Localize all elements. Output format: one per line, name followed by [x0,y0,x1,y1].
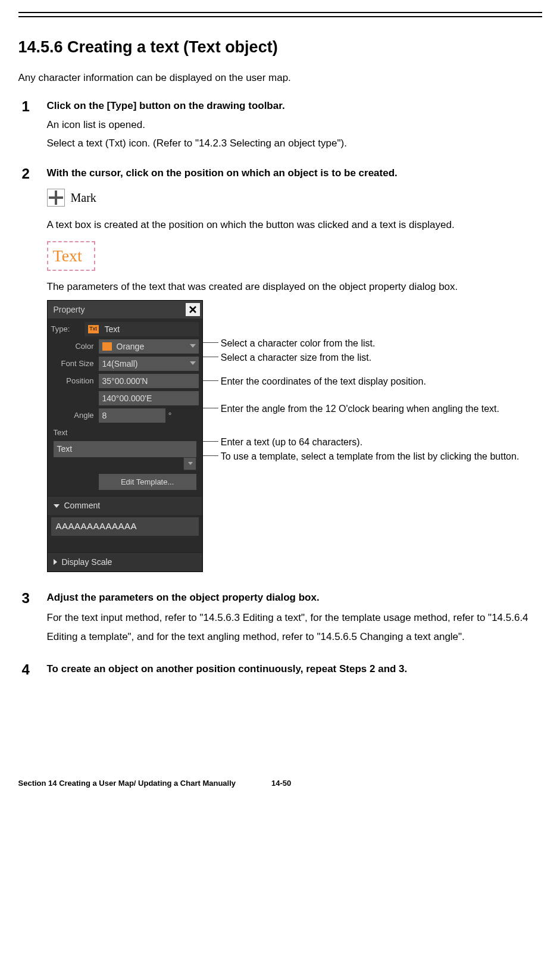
annotation-angle: Enter the angle from the 12 O'clock bear… [221,402,499,416]
footer-section: Section 14 Creating a User Map/ Updating… [18,777,236,789]
step-title: Adjust the parameters on the object prop… [47,590,542,605]
text-input[interactable]: Text [54,441,196,457]
dialog-titlebar: Property [48,301,202,318]
angle-label: Angle [51,410,99,421]
page-footer: Section 14 Creating a User Map/ Updating… [18,777,542,789]
close-icon [189,305,197,314]
annotation-template: To use a template, select a template fro… [221,450,520,463]
color-dropdown[interactable]: Orange [99,339,199,354]
chevron-down-icon [54,504,60,508]
annotation-text: Enter a text (up to 64 characters). [221,436,362,449]
display-scale-label: Display Scale [62,556,112,569]
angle-unit: ° [165,410,175,422]
angle-value: 8 [102,410,107,422]
step-number: 2 [22,163,30,185]
fontsize-dropdown[interactable]: 14(Small) [99,357,199,371]
text-object-label: Text [53,246,82,265]
fontsize-value: 14(Small) [102,358,138,370]
step-body-text: For the text input method, refer to "14.… [47,608,542,647]
annotation-position: Enter the coordinates of the text displa… [221,375,426,388]
display-scale-section-toggle[interactable]: Display Scale [48,552,202,571]
position-lat-value: 35°00.000'N [102,375,148,388]
step-body-text: Select a text (Txt) icon. (Refer to "14.… [47,136,542,151]
color-row: Color Orange [51,339,199,354]
mark-label: Mark [71,189,96,207]
footer-page-number: 14-50 [271,777,291,789]
step-body-text: A text box is created at the position on… [47,217,542,233]
type-field[interactable]: Txt Text [85,322,199,336]
position-lon-row: 140°00.000'E [51,391,199,405]
text-object-graphic: Text [47,241,95,271]
type-label: Type: [51,323,85,335]
position-lon-input[interactable]: 140°00.000'E [99,391,199,405]
angle-row: Angle 8 ° [51,408,199,423]
chevron-right-icon [54,559,57,565]
fontsize-row: Font Size 14(Small) [51,357,199,371]
comment-input[interactable]: AAAAAAAAAAAAA [51,517,199,536]
position-lon-value: 140°00.000'E [102,392,152,405]
txt-icon: Txt [88,325,99,333]
property-dialog: Property Type: Txt Text Color [47,300,203,572]
mark-cursor-graphic: Mark [47,189,542,207]
step-4: 4 To create an object on another positio… [18,661,542,677]
section-heading: 14.5.6 Creating a text (Text object) [18,35,542,60]
color-value: Orange [117,341,145,353]
fontsize-label: Font Size [51,358,99,370]
color-swatch-icon [102,342,112,351]
step-3: 3 Adjust the parameters on the object pr… [18,590,542,647]
comment-section-toggle[interactable]: Comment [48,496,202,515]
step-2: 2 With the cursor, click on the position… [18,165,542,572]
position-lat-input[interactable]: 35°00.000'N [99,374,199,388]
type-value: Text [105,323,120,336]
step-body-text: An icon list is opened. [47,117,542,133]
step-number: 4 [22,659,30,680]
position-lat-row: Position 35°00.000'N [51,374,199,388]
annotation-color: Select a character color from the list. [221,337,376,350]
step-title: To create an object on another position … [47,661,542,677]
step-number: 1 [22,96,30,117]
type-row: Type: Txt Text [51,322,199,336]
position-label: Position [51,375,99,387]
step-number: 3 [22,588,30,609]
angle-input[interactable]: 8 [99,408,165,423]
text-section-label: Text [51,426,199,441]
color-label: Color [51,341,99,352]
edit-template-button[interactable]: Edit Template... [99,474,196,491]
dialog-title: Property [54,304,85,316]
step-title: With the cursor, click on the position o… [47,165,542,181]
intro-text: Any character information can be display… [18,70,542,86]
crosshair-icon [47,189,65,207]
annotation-size: Select a character size from the list. [221,351,371,364]
comment-label: Comment [64,499,101,512]
step-title: Click on the [Type] button on the drawin… [47,98,542,114]
text-value: Text [57,444,73,454]
close-button[interactable] [186,303,200,316]
step-body-text: The parameters of the text that was crea… [47,279,542,295]
template-dropdown-button[interactable] [183,457,196,470]
comment-body: AAAAAAAAAAAAA [48,515,202,552]
step-1: 1 Click on the [Type] button on the draw… [18,98,542,151]
page-top-rule [18,12,542,17]
